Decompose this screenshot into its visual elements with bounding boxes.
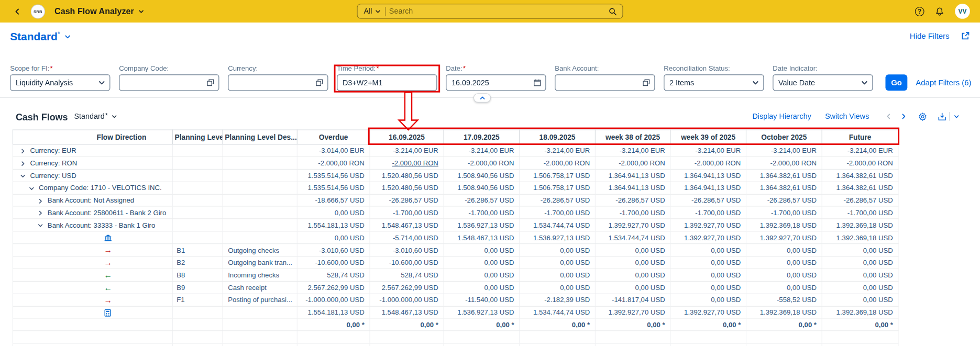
table-variant-selector[interactable]: Standard* xyxy=(74,112,117,121)
table-settings-button[interactable] xyxy=(918,111,928,121)
column-header[interactable]: 18.09.2025 xyxy=(520,130,596,144)
filter-input-value-help[interactable] xyxy=(555,74,655,91)
column-header[interactable]: 17.09.2025 xyxy=(444,130,520,144)
planning-level-cell: B2 xyxy=(172,256,223,269)
column-header[interactable]: October 2025 xyxy=(746,130,822,144)
amount-cell: 0,00 USD xyxy=(595,281,670,294)
amount-cell: 0,00 USD xyxy=(444,256,520,269)
group-label: Currency: RON xyxy=(30,159,77,166)
filter-fields: Scope for FI:*Liquidity AnalysisCompany … xyxy=(10,64,873,91)
column-header[interactable]: Overdue xyxy=(297,130,370,144)
filter-label: Company Code: xyxy=(119,64,219,72)
collapse-node-toggle[interactable] xyxy=(18,173,27,179)
next-columns-button[interactable] xyxy=(900,113,907,119)
share-icon xyxy=(961,31,970,41)
expand-node-toggle[interactable] xyxy=(36,210,45,216)
amount-cell: -26.286,57 USD xyxy=(520,194,596,207)
amount-cell: 1.506.758,17 USD xyxy=(520,182,596,194)
planning-level-cell xyxy=(172,306,223,319)
search-icon[interactable] xyxy=(609,7,617,16)
switch-views-link[interactable]: Switch Views xyxy=(825,112,869,121)
amount-cell: -1.700,00 USD xyxy=(746,206,822,219)
amount-cell xyxy=(520,331,596,343)
collapse-header-button[interactable] xyxy=(474,93,491,103)
chevron-down-icon[interactable] xyxy=(98,79,105,86)
filter-actions: Go Adapt Filters (6) xyxy=(885,74,971,91)
display-hierarchy-link[interactable]: Display Hierarchy xyxy=(752,112,811,121)
amount-cell: 0,00 USD xyxy=(822,244,898,256)
value-help-icon[interactable] xyxy=(643,79,650,86)
planning-level-description-cell xyxy=(223,343,297,346)
column-header[interactable]: Planning Level Des... xyxy=(223,130,297,144)
calendar-icon[interactable] xyxy=(534,79,541,86)
back-button[interactable] xyxy=(14,8,20,15)
amount-cell: 1.364.382,61 USD xyxy=(822,182,898,194)
amount-cell: -3.214,00 EUR xyxy=(595,144,670,157)
expand-node-toggle[interactable] xyxy=(18,161,27,166)
amount-cell: 0,00 USD xyxy=(746,269,822,281)
filter-label: Time Period:* xyxy=(337,64,437,72)
table-header: Flow DirectionPlanning LevelPlanning Lev… xyxy=(13,130,898,144)
export-button[interactable] xyxy=(938,111,947,121)
column-header[interactable]: week 38 of 2025 xyxy=(595,130,670,144)
share-button[interactable] xyxy=(961,31,970,41)
expand-node-toggle[interactable] xyxy=(18,148,27,154)
chevron-down-icon[interactable] xyxy=(861,79,868,86)
amount-cell: -1.700,00 USD xyxy=(444,206,520,219)
planning-level-description-cell xyxy=(223,231,297,244)
notifications-button[interactable] xyxy=(935,7,944,16)
expand-node-toggle[interactable] xyxy=(36,198,45,204)
filter-select[interactable]: Liquidity Analysis xyxy=(10,74,110,91)
variant-selector[interactable]: Standard* xyxy=(10,29,71,43)
user-avatar[interactable]: VV xyxy=(955,4,970,19)
search-input[interactable] xyxy=(389,7,605,16)
adapt-filters-link[interactable]: Adapt Filters (6) xyxy=(916,78,971,87)
amount-cell: 0,00 USD xyxy=(444,281,520,294)
hide-filters-link[interactable]: Hide Filters xyxy=(910,31,950,40)
column-header[interactable]: Flow Direction xyxy=(13,130,173,144)
hierarchy-cell: → xyxy=(13,256,173,269)
column-header[interactable]: Future xyxy=(822,130,898,144)
amount-link[interactable]: -2.000,00 RON xyxy=(392,159,438,166)
value-help-icon[interactable] xyxy=(316,79,323,86)
amount-cell xyxy=(520,343,596,346)
planning-level-cell xyxy=(172,182,223,194)
amount-cell: 1.392.927,70 USD xyxy=(670,231,746,244)
hierarchy-cell: Currency: USD xyxy=(13,169,173,182)
previous-columns-button[interactable] xyxy=(885,113,891,119)
amount-cell: 1.364.382,61 USD xyxy=(746,182,822,194)
amount-cell: 0,00 USD xyxy=(520,281,596,294)
filter-input-value-help[interactable] xyxy=(228,74,328,91)
table-row: Currency: EUR-3.014,00 EUR-3.214,00 EUR-… xyxy=(13,144,898,157)
value-help-icon[interactable] xyxy=(207,79,214,86)
column-header[interactable]: Planning Level xyxy=(172,130,223,144)
amount-cell xyxy=(822,343,898,346)
export-menu-button[interactable] xyxy=(954,114,960,119)
filter-input-value-help[interactable] xyxy=(119,74,219,91)
column-header[interactable]: week 39 of 2025 xyxy=(670,130,746,144)
filter-date-input[interactable]: 16.09.2025 xyxy=(446,74,546,91)
filter-input[interactable]: D3+W2+M1 xyxy=(337,74,437,91)
filter-bar: Scope for FI:*Liquidity AnalysisCompany … xyxy=(0,64,980,91)
filter-select[interactable]: 2 Items xyxy=(664,74,764,91)
search-scope-select[interactable]: All xyxy=(358,7,386,16)
column-header[interactable]: 16.09.2025 xyxy=(370,130,444,144)
help-button[interactable]: ? xyxy=(915,7,924,16)
amount-cell: 1.392.369,18 USD xyxy=(746,306,822,319)
collapse-node-toggle[interactable] xyxy=(27,186,36,192)
logo-text: SRB xyxy=(34,9,42,13)
app-title-menu[interactable]: Cash Flow Analyzer xyxy=(54,7,144,16)
go-button[interactable]: Go xyxy=(885,74,907,91)
filter-select[interactable]: Value Date xyxy=(773,74,873,91)
collapse-node-toggle[interactable] xyxy=(36,223,45,229)
table-toolbar: Cash Flows Standard* Display Hierarchy S… xyxy=(0,106,980,126)
chevron-down-icon[interactable] xyxy=(752,79,759,86)
amount-cell: 0,00 USD xyxy=(670,281,746,294)
bank-icon xyxy=(104,234,112,241)
planning-level-cell xyxy=(172,144,223,157)
amount-cell: 0,00 * xyxy=(520,318,596,331)
table-row: Company Code: 1710 - VELOTICS INC.1.535.… xyxy=(13,182,898,194)
amount-cell xyxy=(595,343,670,346)
amount-cell: -3.214,00 EUR xyxy=(444,144,520,157)
filter-label: Reconciliation Status: xyxy=(664,64,764,72)
